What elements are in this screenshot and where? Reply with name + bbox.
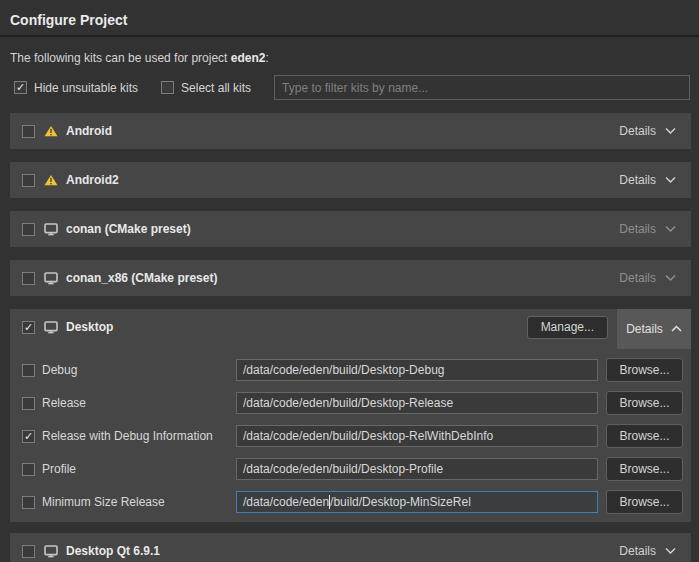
browse-button[interactable]: Browse... (606, 424, 683, 448)
title-separator (0, 35, 699, 37)
config-row-relwithdebinfo: ✓ Release with Debug Information Browse.… (22, 424, 683, 448)
browse-button[interactable]: Browse... (606, 490, 683, 514)
select-all-kits-label: Select all kits (181, 81, 251, 95)
kit-row-conan: ✓ conan (CMake preset) Details (10, 211, 691, 247)
kit-name: Android (66, 124, 112, 138)
kit-name: conan (CMake preset) (66, 222, 191, 236)
config-checkbox[interactable]: ✓ (22, 430, 35, 443)
config-checkbox[interactable]: ✓ (22, 496, 35, 509)
desktop-icon (44, 272, 58, 285)
build-dir-input-debug[interactable] (236, 359, 598, 381)
kit-name: Android2 (66, 173, 119, 187)
details-label: Details (619, 222, 656, 236)
checkbox-box[interactable]: ✓ (161, 81, 174, 94)
checkmark-icon: ✓ (16, 82, 25, 93)
config-row-debug: ✓ Debug Browse... (22, 358, 683, 382)
kit-name: conan_x86 (CMake preset) (66, 271, 217, 285)
details-button: Details (619, 271, 691, 285)
build-dir-input-release[interactable] (236, 392, 598, 414)
hide-unsuitable-kits-label: Hide unsuitable kits (34, 81, 138, 95)
kit-panel-desktop: ✓ Desktop Manage... Details ✓ Debug Brow… (10, 309, 691, 522)
config-checkbox[interactable]: ✓ (22, 397, 35, 410)
config-row-profile: ✓ Profile Browse... (22, 457, 683, 481)
details-button[interactable]: Details (619, 173, 691, 187)
manage-button[interactable]: Manage... (527, 316, 608, 339)
config-checkbox[interactable]: ✓ (22, 463, 35, 476)
kit-row-android: ✓ Android Details (10, 113, 691, 149)
input-text-before-caret: /data/code/eden (243, 495, 329, 509)
config-row-minsizerel: ✓ Minimum Size Release /data/code/eden/b… (22, 490, 683, 514)
warning-icon (44, 125, 58, 137)
kit-checkbox[interactable]: ✓ (22, 125, 35, 138)
browse-button[interactable]: Browse... (606, 358, 683, 382)
details-label: Details (619, 271, 656, 285)
kit-row-conan-x86: ✓ conan_x86 (CMake preset) Details (10, 260, 691, 296)
page-title: Configure Project (0, 0, 699, 29)
config-checkbox[interactable]: ✓ (22, 364, 35, 377)
chevron-down-icon (665, 176, 676, 184)
kit-header-desktop: ✓ Desktop Manage... (10, 309, 691, 345)
checkbox-box[interactable]: ✓ (14, 81, 27, 94)
build-dir-input-relwithdebinfo[interactable] (236, 425, 598, 447)
kit-row-android2: ✓ Android2 Details (10, 162, 691, 198)
chevron-up-icon (671, 325, 682, 333)
browse-button[interactable]: Browse... (606, 391, 683, 415)
details-button: Details (619, 222, 691, 236)
config-label: Profile (42, 462, 76, 476)
input-text-after-caret: /build/Desktop-MinSizeRel (330, 495, 471, 509)
config-row-release: ✓ Release Browse... (22, 391, 683, 415)
hide-unsuitable-kits-checkbox[interactable]: ✓ Hide unsuitable kits (14, 81, 138, 95)
kit-row-desktop-qt: ✓ Desktop Qt 6.9.1 Details (10, 533, 691, 562)
kit-name: Desktop Qt 6.9.1 (66, 544, 160, 558)
details-button[interactable]: Details (619, 124, 691, 138)
filter-toolbar: ✓ Hide unsuitable kits ✓ Select all kits (14, 75, 690, 100)
project-name: eden2 (231, 51, 266, 65)
details-label: Details (619, 173, 656, 187)
kit-checkbox[interactable]: ✓ (22, 223, 35, 236)
desktop-build-configs: ✓ Debug Browse... ✓ Release Browse... ✓ … (10, 345, 691, 522)
chevron-down-icon (665, 127, 676, 135)
checkmark-icon: ✓ (24, 431, 33, 442)
kit-name: Desktop (66, 320, 113, 334)
kit-filter-input[interactable] (274, 75, 690, 100)
configure-project-page: Configure Project The following kits can… (0, 0, 699, 562)
kit-checkbox[interactable]: ✓ (22, 272, 35, 285)
chevron-down-icon (665, 225, 676, 233)
details-button-active[interactable]: Details (617, 309, 691, 349)
details-button[interactable]: Details (619, 544, 691, 558)
build-dir-input-minsizerel-focused[interactable]: /data/code/eden/build/Desktop-MinSizeRel (236, 491, 598, 513)
select-all-kits-checkbox[interactable]: ✓ Select all kits (161, 81, 251, 95)
chevron-down-icon (665, 274, 676, 282)
intro-text: The following kits can be used for proje… (10, 51, 689, 65)
checkmark-icon: ✓ (24, 322, 33, 333)
details-label: Details (626, 322, 663, 336)
desktop-icon (44, 223, 58, 236)
warning-icon (44, 174, 58, 186)
intro-after: : (265, 51, 268, 65)
details-label: Details (619, 544, 656, 558)
kit-checkbox[interactable]: ✓ (22, 545, 35, 558)
chevron-down-icon (665, 547, 676, 555)
config-label: Minimum Size Release (42, 495, 165, 509)
desktop-icon (44, 321, 58, 334)
browse-button[interactable]: Browse... (606, 457, 683, 481)
kit-checkbox[interactable]: ✓ (22, 174, 35, 187)
build-dir-input-profile[interactable] (236, 458, 598, 480)
config-label: Debug (42, 363, 77, 377)
intro-before: The following kits can be used for proje… (10, 51, 231, 65)
config-label: Release with Debug Information (42, 429, 213, 443)
details-label: Details (619, 124, 656, 138)
desktop-icon (44, 545, 58, 558)
kit-checkbox[interactable]: ✓ (22, 321, 35, 334)
config-label: Release (42, 396, 86, 410)
